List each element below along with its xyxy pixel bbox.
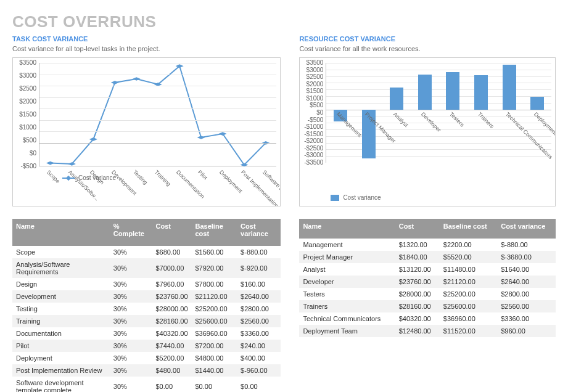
table-cell: 30% bbox=[110, 377, 152, 392]
x-axis-label: Scope bbox=[45, 169, 60, 184]
table-cell: $1440.00 bbox=[192, 364, 237, 377]
table-cell: $25200.00 bbox=[440, 288, 497, 300]
table-cell: $2200.00 bbox=[440, 239, 497, 251]
table-cell: $25600.00 bbox=[440, 300, 497, 312]
table-cell: $0.00 bbox=[237, 377, 281, 392]
table-header: Name bbox=[12, 219, 110, 246]
table-cell: $28000.00 bbox=[152, 303, 192, 315]
table-cell: $36960.00 bbox=[192, 327, 237, 340]
table-cell: Project Manager bbox=[299, 251, 395, 263]
svg-rect-9 bbox=[240, 163, 248, 167]
table-cell: $7920.00 bbox=[192, 258, 237, 278]
resource-cost-title: RESOURCE COST VARIANCE bbox=[299, 35, 556, 43]
table-cell: Technical Communicators bbox=[299, 312, 395, 325]
table-row: Technical Communicators$40320.00$36960.0… bbox=[299, 312, 556, 325]
svg-rect-8 bbox=[219, 132, 227, 136]
table-cell: 30% bbox=[110, 364, 152, 377]
table-cell: $7200.00 bbox=[192, 340, 237, 352]
table-cell: $-920.00 bbox=[237, 258, 281, 278]
table-cell: Developer bbox=[299, 276, 395, 288]
table-cell: $28160.00 bbox=[152, 315, 192, 327]
table-cell: $7440.00 bbox=[152, 340, 192, 352]
table-cell: 30% bbox=[110, 246, 152, 258]
table-cell: Deployment Team bbox=[299, 325, 395, 337]
table-row: Post Implementation Review30%$480.00$144… bbox=[12, 364, 281, 377]
table-cell: $5520.00 bbox=[440, 251, 497, 263]
table-cell: 30% bbox=[110, 352, 152, 364]
table-cell: $0.00 bbox=[152, 377, 192, 392]
table-cell: Development bbox=[12, 290, 110, 303]
table-cell: $-3680.00 bbox=[497, 251, 556, 263]
table-header: Cost bbox=[152, 219, 192, 246]
table-cell: Post Implementation Review bbox=[12, 364, 110, 377]
table-cell: Documentation bbox=[12, 327, 110, 340]
table-row: Pilot30%$7440.00$7200.00$240.00 bbox=[12, 340, 281, 352]
bar bbox=[530, 97, 544, 110]
legend-swatch-line bbox=[62, 178, 75, 179]
table-cell: $960.00 bbox=[497, 325, 556, 337]
resource-cost-subtitle: Cost variance for all the work resources… bbox=[299, 45, 556, 52]
svg-rect-1 bbox=[68, 162, 76, 166]
table-row: Analyst$13120.00$11480.00$1640.00 bbox=[299, 263, 556, 276]
table-header: Name bbox=[299, 219, 395, 239]
svg-rect-7 bbox=[197, 136, 205, 139]
table-row: Management$1320.00$2200.00$-880.00 bbox=[299, 239, 556, 251]
table-cell: Management bbox=[299, 239, 395, 251]
table-cell: $21120.00 bbox=[440, 276, 497, 288]
table-cell: Analysis/Software Requirements bbox=[12, 258, 110, 278]
resource-cost-bar-chart: $3500$3000$2500$2000$1500$1000$500$0-$50… bbox=[299, 57, 556, 206]
table-cell: $240.00 bbox=[237, 340, 281, 352]
table-row: Scope30%$680.00$1560.00$-880.00 bbox=[12, 246, 281, 258]
table-cell: $2560.00 bbox=[237, 315, 281, 327]
table-cell: $25200.00 bbox=[192, 303, 237, 315]
table-cell: $28160.00 bbox=[395, 300, 440, 312]
table-cell: $28000.00 bbox=[395, 288, 440, 300]
task-cost-line-chart: $3500$3000$2500$2000$1500$1000$500$0-$50… bbox=[12, 57, 281, 206]
table-row: Deployment30%$5200.00$4800.00$400.00 bbox=[12, 352, 281, 364]
table-cell: 30% bbox=[110, 258, 152, 278]
table-cell: $7960.00 bbox=[152, 278, 192, 290]
table-cell: Testers bbox=[299, 288, 395, 300]
table-cell: $2560.00 bbox=[497, 300, 556, 312]
line-legend-label: Cost variance bbox=[78, 174, 116, 181]
table-row: Testers$28000.00$25200.00$2800.00 bbox=[299, 288, 556, 300]
table-cell: $400.00 bbox=[237, 352, 281, 364]
table-cell: 30% bbox=[110, 340, 152, 352]
table-row: Project Manager$1840.00$5520.00$-3680.00 bbox=[299, 251, 556, 263]
table-header: Baseline cost bbox=[440, 219, 497, 239]
table-cell: Testing bbox=[12, 303, 110, 315]
table-cell: $3360.00 bbox=[237, 327, 281, 340]
table-cell: $480.00 bbox=[152, 364, 192, 377]
table-cell: 30% bbox=[110, 327, 152, 340]
x-axis-label: Testers bbox=[448, 111, 466, 128]
table-row: Trainers$28160.00$25600.00$2560.00 bbox=[299, 300, 556, 312]
x-axis-label: Management bbox=[335, 111, 363, 138]
svg-rect-6 bbox=[176, 64, 184, 68]
table-row: Documentation30%$40320.00$36960.00$3360.… bbox=[12, 327, 281, 340]
table-header: Cost variance bbox=[497, 219, 556, 239]
task-cost-title: TASK COST VARIANCE bbox=[12, 35, 281, 43]
table-cell: $7800.00 bbox=[192, 278, 237, 290]
table-cell: $36960.00 bbox=[440, 312, 497, 325]
table-cell: Software development template complete bbox=[12, 377, 110, 392]
bar bbox=[446, 72, 459, 109]
bar bbox=[503, 65, 516, 110]
table-header: Cost variance bbox=[237, 219, 281, 246]
resource-cost-panel: RESOURCE COST VARIANCE Cost variance for… bbox=[299, 35, 556, 392]
table-cell: Deployment bbox=[12, 352, 110, 364]
table-cell: $2640.00 bbox=[237, 290, 281, 303]
task-cost-subtitle: Cost variance for all top-level tasks in… bbox=[12, 45, 281, 52]
table-row: Software development template complete30… bbox=[12, 377, 281, 392]
bar bbox=[418, 75, 432, 110]
table-cell: $5200.00 bbox=[152, 352, 192, 364]
x-axis-label: Analyst bbox=[392, 111, 410, 128]
table-row: Testing30%$28000.00$25200.00$2800.00 bbox=[12, 303, 281, 315]
bar-legend: Cost variance bbox=[331, 194, 381, 201]
table-row: Development30%$23760.00$21120.00$2640.00 bbox=[12, 290, 281, 303]
table-row: Developer$23760.00$21120.00$2640.00 bbox=[299, 276, 556, 288]
svg-rect-0 bbox=[46, 161, 54, 165]
table-cell: $-880.00 bbox=[237, 246, 281, 258]
table-cell: $1840.00 bbox=[395, 251, 440, 263]
table-cell: $4800.00 bbox=[192, 352, 237, 364]
x-axis-label: Developer bbox=[420, 111, 442, 133]
